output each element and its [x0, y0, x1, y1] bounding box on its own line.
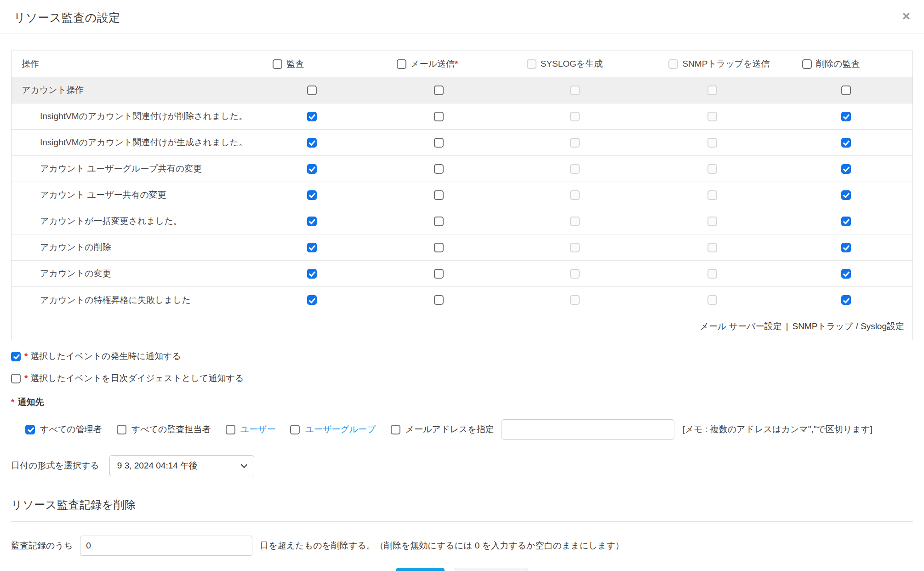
all-admins-checkbox[interactable] [25, 425, 35, 434]
snmp-checkbox [707, 243, 717, 252]
users-link[interactable]: ユーザー [240, 423, 276, 435]
event-label: アカウント ユーザーグループ共有の変更 [11, 163, 250, 175]
delete_audit-checkbox[interactable] [841, 190, 851, 200]
user-groups-link[interactable]: ユーザーグループ [305, 423, 376, 435]
delete-records-heading: リソース監査記録を削除 [11, 497, 913, 512]
chevron-down-icon [241, 461, 247, 468]
close-icon[interactable]: × [902, 9, 910, 23]
header-cell-delete_audit: 削除の監査 [779, 58, 913, 70]
mail-server-settings-link[interactable]: メール サーバー設定 [700, 320, 781, 332]
users-checkbox[interactable] [226, 425, 235, 434]
delete_audit-checkbox[interactable] [841, 86, 851, 95]
user-groups-checkbox[interactable] [290, 425, 300, 434]
header-cell-operation: 操作 [11, 58, 250, 70]
cancel-button[interactable]: キャンセル [455, 568, 528, 571]
delete_audit-checkbox[interactable] [841, 164, 851, 174]
action-buttons: 保存 キャンセル [11, 568, 913, 571]
cell-snmp [645, 86, 779, 95]
delete_audit-checkbox[interactable] [841, 243, 851, 252]
cell-syslog [504, 217, 646, 226]
footer-link-separator: | [786, 321, 788, 331]
retention-days-input[interactable] [80, 536, 252, 556]
snmp-syslog-settings-link[interactable]: SNMPトラップ / Syslog設定 [792, 320, 904, 332]
mail-checkbox[interactable] [434, 190, 444, 200]
cell-mail [374, 138, 504, 148]
mail-select-all-checkbox[interactable] [397, 59, 406, 69]
audit-checkbox[interactable] [307, 138, 317, 148]
snmp-select-all-checkbox [668, 59, 678, 69]
cell-delete_audit [779, 295, 913, 305]
cell-audit [250, 138, 374, 148]
syslog-checkbox [570, 138, 580, 148]
table-row: InsightVMのアカウント関連付けが削除されました。 [11, 103, 913, 130]
delete_audit-checkbox[interactable] [841, 217, 851, 226]
date-format-select[interactable]: 9 3, 2024 04:14 午後 [109, 455, 254, 476]
cell-mail [374, 164, 504, 174]
audit-checkbox[interactable] [307, 190, 317, 200]
table-row: アカウントの特権昇格に失敗しました [11, 287, 913, 313]
notify-digest-row: * 選択したイベントを日次ダイジェストとして通知する [11, 372, 913, 384]
snmp-checkbox [707, 112, 717, 121]
mail-checkbox[interactable] [434, 86, 444, 95]
cell-delete_audit [779, 164, 913, 174]
audit-select-all-checkbox[interactable] [273, 59, 282, 69]
event-label: アカウントが一括変更されました。 [11, 215, 250, 227]
cell-delete_audit [779, 138, 913, 148]
delete_audit-checkbox[interactable] [841, 112, 851, 121]
notify-digest-checkbox[interactable] [11, 374, 21, 383]
mail-checkbox[interactable] [434, 164, 444, 174]
header-label-snmp: SNMPトラップを送信 [682, 58, 770, 70]
delete-records-prefix: 監査記録のうち [11, 540, 73, 552]
required-asterisk: * [24, 351, 28, 361]
recipient-all-auditors: すべての監査担当者 [117, 423, 211, 435]
syslog-checkbox [570, 112, 580, 121]
audit-checkbox[interactable] [307, 217, 317, 226]
all-auditors-checkbox[interactable] [117, 425, 126, 434]
cell-syslog [504, 112, 646, 121]
audit-events-table: 操作監査メール送信*SYSLOGを生成SNMPトラップを送信削除の監査 アカウン… [11, 51, 913, 340]
mail-checkbox[interactable] [434, 269, 444, 279]
email-checkbox[interactable] [391, 425, 400, 434]
mail-checkbox[interactable] [434, 138, 444, 148]
group-label: アカウント操作 [11, 84, 250, 96]
delete-records-suffix: 日を超えたものを削除する。（削除を無効にするには 0 を入力するか空白のままにし… [260, 540, 624, 552]
dialog-title: リソース監査の設定 [14, 10, 910, 25]
event-label: InsightVMのアカウント関連付けが生成されました。 [11, 137, 250, 148]
mail-checkbox[interactable] [434, 243, 444, 252]
cell-audit [250, 112, 374, 121]
email-address-input[interactable] [502, 419, 674, 440]
audit-checkbox[interactable] [307, 112, 317, 121]
audit-checkbox[interactable] [307, 164, 317, 174]
cell-delete_audit [779, 269, 913, 279]
audit-checkbox[interactable] [307, 243, 317, 252]
delete_audit-checkbox[interactable] [841, 269, 851, 279]
delete_audit-checkbox[interactable] [841, 138, 851, 148]
snmp-checkbox [707, 217, 717, 226]
delete_audit-select-all-checkbox[interactable] [802, 59, 812, 69]
cell-mail [374, 112, 504, 121]
notify-immediate-checkbox[interactable] [11, 352, 21, 361]
table-row: アカウントの変更 [11, 261, 913, 287]
cell-mail [374, 243, 504, 252]
group-row: アカウント操作 [11, 77, 913, 103]
event-label: アカウントの特権昇格に失敗しました [11, 294, 250, 306]
header-label-mail: メール送信 [411, 58, 455, 70]
mail-checkbox[interactable] [434, 112, 444, 121]
delete_audit-checkbox[interactable] [841, 295, 851, 305]
dialog-header: リソース監査の設定 × [0, 0, 924, 34]
audit-checkbox[interactable] [307, 86, 317, 95]
event-label: アカウントの変更 [11, 268, 250, 280]
cell-snmp [645, 112, 779, 121]
mail-checkbox[interactable] [434, 295, 444, 305]
audit-checkbox[interactable] [307, 269, 317, 279]
all-auditors-label: すべての監査担当者 [131, 423, 211, 435]
dialog-content: 操作監査メール送信*SYSLOGを生成SNMPトラップを送信削除の監査 アカウン… [0, 51, 924, 571]
notify-immediate-row: * 選択したイベントの発生時に通知する [11, 350, 913, 362]
audit-checkbox[interactable] [307, 295, 317, 305]
header-label-syslog: SYSLOGを生成 [541, 58, 603, 70]
snmp-checkbox [707, 86, 717, 95]
mail-checkbox[interactable] [434, 217, 444, 226]
cell-snmp [645, 164, 779, 174]
table-header-row: 操作監査メール送信*SYSLOGを生成SNMPトラップを送信削除の監査 [11, 51, 913, 77]
save-button[interactable]: 保存 [396, 568, 445, 571]
